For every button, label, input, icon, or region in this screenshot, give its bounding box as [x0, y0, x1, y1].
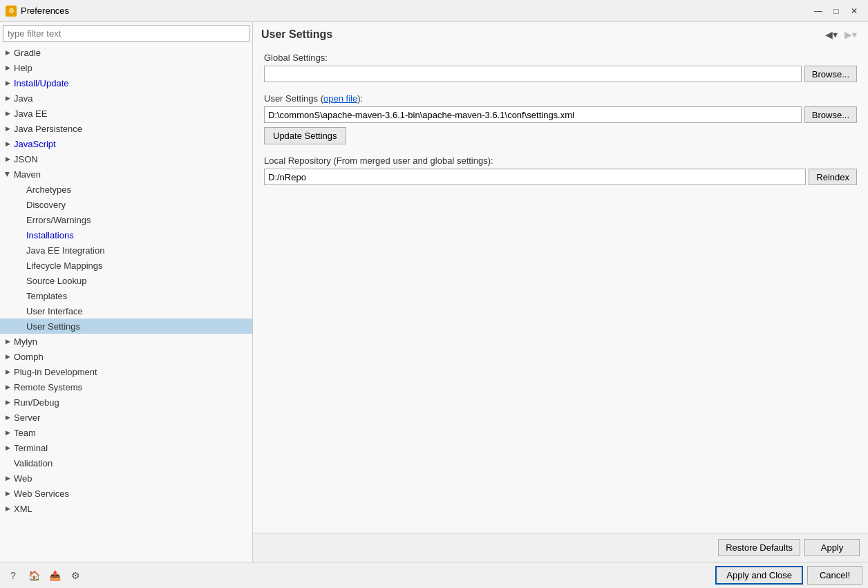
tree-item-label-java: Java — [14, 93, 32, 104]
local-repo-group: Local Repository (From merged user and g… — [264, 155, 857, 185]
tree-item-remote-systems[interactable]: ▶Remote Systems — [0, 379, 252, 395]
user-settings-group: User Settings (open file): Browse... Upd… — [264, 93, 857, 144]
home-icon-button[interactable]: 🏠 — [26, 568, 41, 583]
nav-forward-button[interactable]: ▶▾ — [842, 28, 860, 41]
filter-input[interactable] — [3, 25, 249, 42]
right-panel: User Settings ◀▾ ▶▾ Global Settings: Bro… — [253, 22, 868, 562]
panel-title: User Settings — [261, 28, 332, 41]
action-bar: Restore Defaults Apply — [253, 533, 868, 562]
user-settings-browse-button[interactable]: Browse... — [804, 106, 857, 123]
reindex-button[interactable]: Reindex — [809, 169, 857, 185]
tree-item-validation[interactable]: ▶Validation — [0, 455, 252, 471]
tree-item-discovery[interactable]: ▶Discovery — [0, 197, 252, 212]
tree-item-user-interface[interactable]: ▶User Interface — [0, 303, 252, 319]
bottom-left-icons: ? 🏠 📤 ⚙ — [6, 568, 83, 583]
apply-and-close-button[interactable]: Apply and Close — [715, 566, 803, 585]
tree-item-label-web: Web — [14, 473, 32, 484]
user-settings-input[interactable] — [264, 106, 802, 123]
tree-item-label-java-ee-integration: Java EE Integration — [26, 245, 104, 256]
tree-item-source-lookup[interactable]: ▶Source Lookup — [0, 273, 252, 288]
tree-item-java-persistence[interactable]: ▶Java Persistence — [0, 121, 252, 136]
tree-item-label-java-persistence: Java Persistence — [14, 124, 82, 134]
maximize-button[interactable]: □ — [828, 4, 845, 18]
tree-item-label-lifecycle-mappings: Lifecycle Mappings — [26, 260, 103, 271]
sidebar: ▶Gradle▶Help▶Install/Update▶Java▶Java EE… — [0, 22, 253, 562]
tree-item-java[interactable]: ▶Java — [0, 91, 252, 106]
tree-item-web[interactable]: ▶Web — [0, 471, 252, 486]
tree-item-label-templates: Templates — [26, 291, 67, 301]
apply-button[interactable]: Apply — [804, 539, 860, 556]
tree-item-label-help: Help — [14, 63, 32, 73]
tree-item-archetypes[interactable]: ▶Archetypes — [0, 182, 252, 197]
tree-container[interactable]: ▶Gradle▶Help▶Install/Update▶Java▶Java EE… — [0, 45, 252, 562]
open-file-link[interactable]: open file — [323, 93, 357, 104]
tree-item-label-install-update: Install/Update — [14, 78, 69, 88]
tree-item-label-archetypes: Archetypes — [26, 184, 71, 195]
tree-item-run-debug[interactable]: ▶Run/Debug — [0, 395, 252, 410]
update-settings-button[interactable]: Update Settings — [264, 127, 346, 144]
main-content: ▶Gradle▶Help▶Install/Update▶Java▶Java EE… — [0, 22, 868, 562]
tree-item-label-installations: Installations — [26, 230, 74, 240]
tree-item-server[interactable]: ▶Server — [0, 410, 252, 425]
global-settings-input[interactable] — [264, 66, 802, 82]
close-button[interactable]: ✕ — [846, 4, 862, 18]
tree-item-label-javascript: JavaScript — [14, 139, 56, 149]
tree-item-label-xml: XML — [14, 504, 32, 514]
tree-item-label-source-lookup: Source Lookup — [26, 276, 86, 286]
tree-item-label-json: JSON — [14, 154, 38, 164]
tree-item-label-gradle: Gradle — [14, 48, 41, 58]
tree-item-oomph[interactable]: ▶Oomph — [0, 349, 252, 364]
tree-item-label-oomph: Oomph — [14, 352, 44, 362]
global-settings-label: Global Settings: — [264, 53, 857, 63]
window-title: Preferences — [21, 6, 810, 16]
tree-item-user-settings[interactable]: ▶User Settings — [0, 319, 252, 334]
tree-item-javascript[interactable]: ▶JavaScript — [0, 136, 252, 151]
settings-icon-button[interactable]: ⚙ — [68, 568, 83, 583]
tree-item-templates[interactable]: ▶Templates — [0, 288, 252, 303]
user-settings-row: Browse... — [264, 106, 857, 123]
panel-header: User Settings ◀▾ ▶▾ — [253, 22, 868, 44]
tree-item-terminal[interactable]: ▶Terminal — [0, 440, 252, 455]
local-repo-input[interactable] — [264, 169, 806, 185]
app-icon: ⚙ — [6, 6, 17, 17]
user-settings-label: User Settings (open file): — [264, 93, 857, 104]
tree-item-label-plug-in-development: Plug-in Development — [14, 367, 97, 377]
tree-item-label-java-ee: Java EE — [14, 108, 47, 119]
nav-back-button[interactable]: ◀▾ — [822, 28, 840, 41]
tree-item-label-run-debug: Run/Debug — [14, 397, 59, 408]
tree-item-gradle[interactable]: ▶Gradle — [0, 45, 252, 60]
tree-item-maven[interactable]: ▶Maven — [0, 167, 252, 182]
tree-item-plug-in-development[interactable]: ▶Plug-in Development — [0, 364, 252, 379]
tree-item-install-update[interactable]: ▶Install/Update — [0, 75, 252, 91]
tree-item-web-services[interactable]: ▶Web Services — [0, 486, 252, 501]
global-settings-browse-button[interactable]: Browse... — [804, 66, 857, 82]
tree-item-label-user-settings: User Settings — [26, 321, 80, 332]
global-settings-row: Browse... — [264, 66, 857, 82]
tree-item-label-web-services: Web Services — [14, 489, 69, 499]
bottom-toolbar: ? 🏠 📤 ⚙ Apply and Close Cancel! — [0, 562, 868, 588]
tree-item-errors-warnings[interactable]: ▶Errors/Warnings — [0, 212, 252, 227]
tree-item-label-mylyn: Mylyn — [14, 336, 37, 347]
tree-item-java-ee[interactable]: ▶Java EE — [0, 106, 252, 121]
tree-item-xml[interactable]: ▶XML — [0, 501, 252, 516]
tree-item-help[interactable]: ▶Help — [0, 60, 252, 75]
tree-item-json[interactable]: ▶JSON — [0, 151, 252, 167]
tree-item-label-server: Server — [14, 412, 40, 423]
tree-item-installations[interactable]: ▶Installations — [0, 227, 252, 243]
minimize-button[interactable]: — — [810, 4, 827, 18]
help-icon-button[interactable]: ? — [6, 568, 21, 583]
tree-item-label-team: Team — [14, 428, 36, 438]
export-icon-button[interactable]: 📤 — [47, 568, 62, 583]
title-bar: ⚙ Preferences — □ ✕ — [0, 0, 868, 22]
tree-item-label-terminal: Terminal — [14, 443, 48, 453]
nav-buttons: ◀▾ ▶▾ — [822, 28, 860, 41]
tree-item-mylyn[interactable]: ▶Mylyn — [0, 334, 252, 349]
tree-item-label-discovery: Discovery — [26, 200, 66, 210]
tree-item-team[interactable]: ▶Team — [0, 425, 252, 440]
cancel-button[interactable]: Cancel! — [807, 566, 862, 585]
global-settings-group: Global Settings: Browse... — [264, 53, 857, 82]
tree-item-lifecycle-mappings[interactable]: ▶Lifecycle Mappings — [0, 258, 252, 273]
restore-defaults-button[interactable]: Restore Defaults — [718, 539, 800, 556]
tree-item-java-ee-integration[interactable]: ▶Java EE Integration — [0, 243, 252, 258]
bottom-right-buttons: Apply and Close Cancel! — [715, 566, 862, 585]
